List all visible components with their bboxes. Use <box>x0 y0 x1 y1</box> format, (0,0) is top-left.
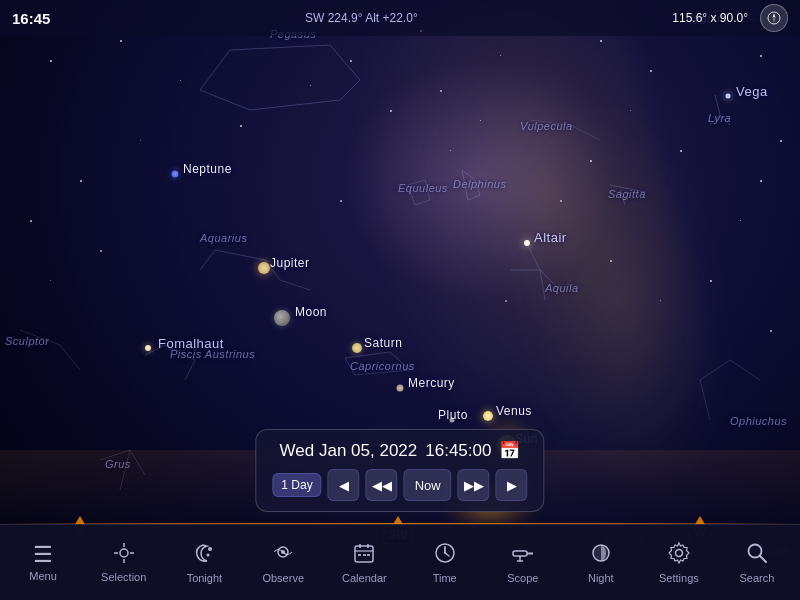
svg-line-1 <box>330 45 360 80</box>
svg-marker-50 <box>772 18 775 23</box>
scope-icon <box>512 542 534 568</box>
scope-label: Scope <box>507 572 538 584</box>
svg-line-46 <box>408 185 415 205</box>
search-label: Search <box>739 572 774 584</box>
skip-forward-button[interactable]: ▶▶ <box>458 469 490 501</box>
svg-rect-66 <box>367 554 370 556</box>
saturn-planet[interactable] <box>352 343 362 353</box>
calendar-label: Calendar <box>342 572 387 584</box>
calendar-nav-icon <box>353 542 375 568</box>
tonight-icon <box>193 542 215 568</box>
fomalhaut-star[interactable] <box>145 345 151 351</box>
menu-label: Menu <box>29 570 57 582</box>
selection-label: Selection <box>101 571 146 583</box>
altair-star[interactable] <box>524 240 530 246</box>
svg-rect-70 <box>513 551 527 556</box>
svg-line-69 <box>445 553 449 556</box>
svg-line-30 <box>730 360 760 380</box>
svg-line-21 <box>390 352 410 370</box>
svg-marker-49 <box>772 13 775 18</box>
search-icon <box>746 542 768 568</box>
skip-back-button[interactable]: ◀◀ <box>366 469 398 501</box>
settings-icon <box>668 542 690 568</box>
svg-point-56 <box>208 547 212 551</box>
menu-icon: ☰ <box>33 544 53 566</box>
step-selector[interactable]: 1 Day <box>272 473 321 497</box>
observe-icon <box>272 542 294 568</box>
now-button[interactable]: Now <box>404 469 452 501</box>
date-display: Wed Jan 05, 2022 <box>280 441 418 461</box>
nav-observe[interactable]: Observe <box>252 536 314 590</box>
svg-line-28 <box>710 115 720 125</box>
settings-label: Settings <box>659 572 699 584</box>
nav-selection[interactable]: Selection <box>91 536 156 589</box>
svg-line-18 <box>610 185 645 192</box>
play-button[interactable]: ▶ <box>496 469 528 501</box>
night-label: Night <box>588 572 614 584</box>
svg-point-76 <box>675 549 682 556</box>
current-time: 16:45 <box>12 10 50 27</box>
svg-line-8 <box>280 280 310 290</box>
svg-line-2 <box>200 50 230 90</box>
jupiter-planet[interactable] <box>258 262 270 274</box>
observe-label: Observe <box>262 572 304 584</box>
top-bar-right: 115.6° x 90.0° <box>672 4 788 32</box>
time-display: 16:45:00 <box>425 441 491 461</box>
svg-point-51 <box>120 549 128 557</box>
nav-tonight[interactable]: Tonight <box>174 536 234 590</box>
fov-display: 115.6° x 90.0° <box>672 11 748 25</box>
bottom-nav: ☰ Menu Selection Tonight <box>0 524 800 600</box>
nav-menu[interactable]: ☰ Menu <box>13 538 73 588</box>
svg-line-4 <box>250 100 340 110</box>
time-label: Time <box>433 572 457 584</box>
vega-star[interactable] <box>726 94 731 99</box>
nav-settings[interactable]: Settings <box>649 536 709 590</box>
nav-calendar[interactable]: Calendar <box>332 536 397 590</box>
svg-line-33 <box>165 345 195 360</box>
svg-line-29 <box>700 360 730 380</box>
compass-button[interactable] <box>760 4 788 32</box>
svg-point-57 <box>207 553 210 556</box>
svg-line-25 <box>570 125 600 140</box>
pluto-planet[interactable] <box>450 418 455 423</box>
nav-scope[interactable]: Scope <box>493 536 553 590</box>
svg-line-12 <box>468 195 480 200</box>
svg-line-6 <box>215 250 265 260</box>
nav-night[interactable]: Night <box>571 536 631 590</box>
night-icon <box>590 542 612 568</box>
svg-line-27 <box>720 115 730 125</box>
svg-line-20 <box>345 352 390 358</box>
svg-line-22 <box>345 358 355 375</box>
svg-line-26 <box>715 95 720 115</box>
nav-time[interactable]: Time <box>415 536 475 590</box>
svg-rect-65 <box>363 554 366 556</box>
moon-object[interactable] <box>274 310 290 326</box>
svg-line-47 <box>415 200 430 205</box>
mercury-planet[interactable] <box>397 385 404 392</box>
coordinates-display: SW 224.9° Alt +22.0° <box>305 11 418 25</box>
svg-line-5 <box>340 80 360 100</box>
svg-line-0 <box>230 45 330 50</box>
selection-icon <box>113 542 135 567</box>
nav-search[interactable]: Search <box>727 536 787 590</box>
svg-line-35 <box>20 330 60 345</box>
neptune-planet[interactable] <box>172 171 179 178</box>
svg-line-3 <box>200 90 250 110</box>
svg-line-31 <box>700 380 710 420</box>
svg-line-13 <box>462 170 468 200</box>
svg-line-44 <box>408 180 425 185</box>
svg-line-23 <box>355 370 410 375</box>
svg-line-45 <box>425 180 430 200</box>
svg-line-36 <box>60 345 80 370</box>
venus-planet[interactable] <box>483 411 493 421</box>
svg-line-78 <box>760 556 766 562</box>
svg-line-11 <box>475 180 480 195</box>
time-display-row: Wed Jan 05, 2022 16:45:00 📅 <box>272 440 527 461</box>
calendar-icon-button[interactable]: 📅 <box>499 440 520 461</box>
time-icon <box>434 542 456 568</box>
step-back-button[interactable]: ◀ <box>328 469 360 501</box>
svg-rect-64 <box>358 554 361 556</box>
tonight-label: Tonight <box>187 572 222 584</box>
svg-line-19 <box>620 190 625 205</box>
top-bar: 16:45 SW 224.9° Alt +22.0° 115.6° x 90.0… <box>0 0 800 36</box>
